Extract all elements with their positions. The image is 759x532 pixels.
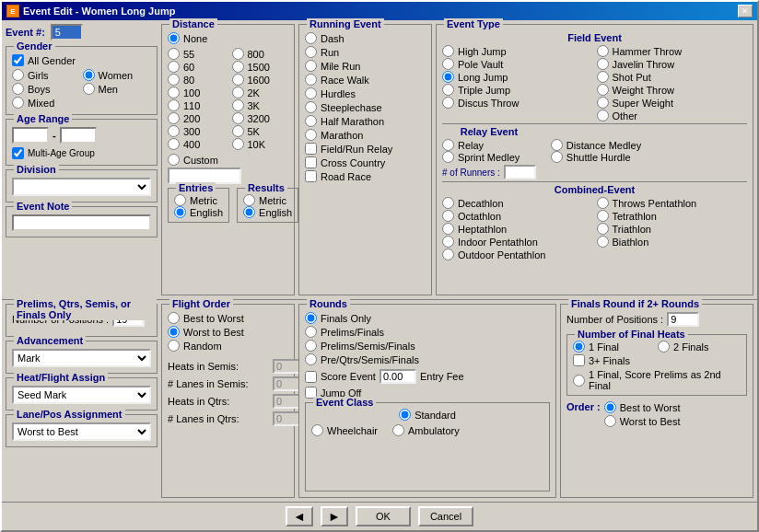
results-metric-radio[interactable] xyxy=(243,194,255,206)
combined-heptathlon-radio[interactable] xyxy=(442,223,454,235)
results-english-label[interactable]: English xyxy=(259,207,292,218)
flight-worst-best-radio[interactable] xyxy=(168,326,180,338)
field-javelin-radio[interactable] xyxy=(597,58,609,70)
dist-80-radio[interactable] xyxy=(168,74,180,86)
running-half-marathon-radio[interactable] xyxy=(305,115,317,127)
one-final-label[interactable]: 1 Final xyxy=(589,341,619,353)
standard-radio[interactable] xyxy=(399,409,411,421)
girls-label[interactable]: Girls xyxy=(28,70,49,81)
boys-radio[interactable] xyxy=(12,83,24,95)
dist-5k-radio[interactable] xyxy=(232,125,244,137)
prev-button[interactable]: ◄ xyxy=(286,506,313,526)
ok-button[interactable]: OK xyxy=(356,506,411,526)
order-worst-radio[interactable] xyxy=(604,415,616,427)
running-dash-radio[interactable] xyxy=(305,32,317,44)
advancement-select[interactable]: Mark Place Time xyxy=(12,349,151,367)
heat-flight-select[interactable]: Seed Mark Random Manual xyxy=(12,386,151,404)
dist-custom-radio[interactable] xyxy=(168,154,180,166)
dist-10k-radio[interactable] xyxy=(232,138,244,150)
dist-3k-radio[interactable] xyxy=(232,99,244,111)
men-label[interactable]: Men xyxy=(99,84,118,95)
running-run-radio[interactable] xyxy=(305,46,317,58)
entries-english-label[interactable]: English xyxy=(190,207,223,218)
next-button[interactable]: ► xyxy=(321,506,348,526)
two-finals-radio[interactable] xyxy=(658,341,670,353)
three-finals-label[interactable]: 3+ Finals xyxy=(589,355,630,366)
prelims-finals-radio[interactable] xyxy=(305,326,317,338)
flight-worst-best-label[interactable]: Worst to Best xyxy=(183,327,244,338)
field-high-jump-radio[interactable] xyxy=(442,45,454,57)
order-worst-label[interactable]: Worst to Best xyxy=(620,416,681,427)
shuttle-hurdle-radio[interactable] xyxy=(551,151,563,163)
lanes-semis-input[interactable] xyxy=(273,376,300,391)
combined-indoor-pent-radio[interactable] xyxy=(442,236,454,248)
one-final-score-label[interactable]: 1 Final, Score Prelims as 2nd Final xyxy=(589,369,741,391)
multi-age-label[interactable]: Multi-Age Group xyxy=(28,148,95,158)
dist-200-radio[interactable] xyxy=(168,112,180,124)
combined-outdoor-pent-radio[interactable] xyxy=(442,249,454,260)
age-to-input[interactable] xyxy=(60,127,97,144)
field-triple-jump-radio[interactable] xyxy=(442,84,454,96)
order-best-radio[interactable] xyxy=(604,401,616,413)
ambulatory-label[interactable]: Ambulatory xyxy=(408,425,460,436)
running-marathon-radio[interactable] xyxy=(305,129,317,141)
dist-100-radio[interactable] xyxy=(168,87,180,98)
field-other-radio[interactable] xyxy=(597,110,609,121)
heats-semis-input[interactable] xyxy=(273,359,300,374)
field-super-weight-radio[interactable] xyxy=(597,97,609,109)
running-steeplechase-radio[interactable] xyxy=(305,101,317,113)
results-english-radio[interactable] xyxy=(243,206,255,218)
division-select[interactable] xyxy=(12,178,151,196)
field-weight-throw-radio[interactable] xyxy=(597,84,609,96)
combined-decathlon-radio[interactable] xyxy=(442,197,454,209)
combined-tetrathlon-radio[interactable] xyxy=(597,210,609,222)
running-race-walk-radio[interactable] xyxy=(305,74,317,86)
lane-pos-select[interactable]: Worst to Best Best to Worst Random xyxy=(12,422,151,441)
dist-1500-radio[interactable] xyxy=(232,61,244,73)
field-hammer-radio[interactable] xyxy=(597,45,609,57)
combined-octathlon-radio[interactable] xyxy=(442,210,454,222)
event-note-input[interactable] xyxy=(12,214,151,231)
dist-110-radio[interactable] xyxy=(168,99,180,111)
ambulatory-radio[interactable] xyxy=(392,424,404,436)
all-gender-label[interactable]: All Gender xyxy=(28,55,76,66)
field-pole-vault-radio[interactable] xyxy=(442,58,454,70)
finals-only-label[interactable]: Finals Only xyxy=(321,313,371,324)
dist-2k-radio[interactable] xyxy=(232,87,244,98)
standard-label[interactable]: Standard xyxy=(415,410,456,421)
dist-400-radio[interactable] xyxy=(168,138,180,150)
age-from-input[interactable] xyxy=(12,127,49,144)
dist-300-radio[interactable] xyxy=(168,125,180,137)
women-label[interactable]: Women xyxy=(99,70,134,81)
combined-triathlon-radio[interactable] xyxy=(597,223,609,235)
mixed-label[interactable]: Mixed xyxy=(28,98,54,109)
distance-medley-radio[interactable] xyxy=(551,139,563,151)
running-field-relay-cb[interactable] xyxy=(305,143,317,155)
dist-60-radio[interactable] xyxy=(168,61,180,73)
dist-55-radio[interactable] xyxy=(168,48,180,60)
running-hurdles-radio[interactable] xyxy=(305,87,317,99)
entries-metric-radio[interactable] xyxy=(174,194,186,206)
flight-random-label[interactable]: Random xyxy=(183,341,222,352)
distance-none-label[interactable]: None xyxy=(183,33,207,44)
lanes-qtrs-input[interactable] xyxy=(273,411,300,426)
running-mile-radio[interactable] xyxy=(305,60,317,72)
dist-800-radio[interactable] xyxy=(232,48,244,60)
sprint-medley-radio[interactable] xyxy=(442,151,454,163)
multi-age-checkbox[interactable] xyxy=(12,147,24,159)
flight-best-worst-label[interactable]: Best to Worst xyxy=(183,313,244,324)
two-finals-label[interactable]: 2 Finals xyxy=(673,341,709,353)
running-cross-country-cb[interactable] xyxy=(305,156,317,168)
entry-fee-input[interactable] xyxy=(380,369,416,384)
women-radio[interactable] xyxy=(83,69,95,81)
cancel-button[interactable]: Cancel xyxy=(418,506,473,526)
field-long-jump-radio[interactable] xyxy=(442,71,454,83)
pre-qtrs-radio[interactable] xyxy=(305,353,317,365)
mixed-radio[interactable] xyxy=(12,97,24,109)
boys-label[interactable]: Boys xyxy=(28,84,50,95)
finals-num-positions-input[interactable] xyxy=(667,312,699,327)
combined-biathlon-radio[interactable] xyxy=(597,236,609,248)
score-event-checkbox[interactable] xyxy=(305,371,317,383)
wheelchair-label[interactable]: Wheelchair xyxy=(327,425,378,436)
prelims-semis-finals-label[interactable]: Prelims/Semis/Finals xyxy=(321,341,415,352)
